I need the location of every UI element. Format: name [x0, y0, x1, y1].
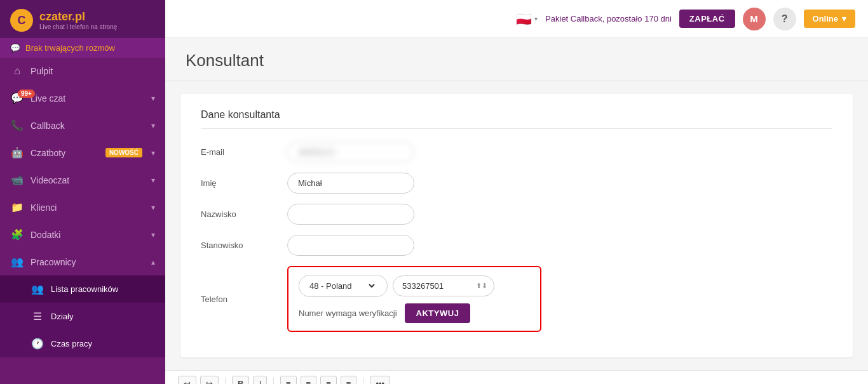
- topbar: 🇵🇱 ▾ Pakiet Callback, pozostało 170 dni …: [165, 0, 868, 38]
- package-info: Pakiet Callback, pozostało 170 dni: [545, 14, 672, 23]
- sidebar-item-dodatki[interactable]: 🧩 Dodatki ▾: [0, 221, 165, 248]
- chevron-down-icon: ▾: [151, 121, 155, 130]
- chevron-down-icon: ▾: [842, 14, 846, 23]
- video-icon: 📹: [10, 174, 24, 186]
- phone-inputs: 48 - Poland ⬆⬇: [299, 275, 530, 297]
- chevron-down-icon: ▾: [151, 203, 155, 212]
- redo-button[interactable]: ↪: [200, 376, 219, 384]
- sidebar-sub-label: Czas pracy: [51, 339, 155, 348]
- sidebar-item-pracownicy[interactable]: 👥 Pracownicy ▴: [0, 248, 165, 275]
- online-label: Online: [813, 14, 838, 23]
- flag-icon: 🇵🇱: [516, 11, 532, 27]
- sidebar-nav: ⌂ Pulpit 99+ 💬 Live czat ▾ 📞 Callback ▾ …: [0, 58, 165, 384]
- chat-icon: 💬: [10, 43, 20, 53]
- pay-button[interactable]: ZAPŁAĆ: [679, 10, 735, 28]
- phone-icon: 📞: [10, 119, 24, 131]
- sidebar-item-label: Pracownicy: [31, 257, 145, 267]
- surname-label: Nazwisko: [201, 209, 277, 219]
- email-row: E-mail: [201, 142, 832, 162]
- align-justify-button[interactable]: ≡: [341, 376, 357, 384]
- sidebar-item-pulpit[interactable]: ⌂ Pulpit: [0, 58, 165, 84]
- name-row: Imię: [201, 173, 832, 194]
- new-badge: NOWOŚĆ: [105, 148, 142, 157]
- chevron-down-icon: ▾: [534, 15, 538, 22]
- phone-number-wrapper: ⬆⬇: [393, 275, 494, 296]
- sidebar-item-label: Videoczat: [31, 175, 145, 185]
- clock-icon: 🕐: [31, 338, 44, 350]
- main-content: 🇵🇱 ▾ Pakiet Callback, pozostało 170 dni …: [165, 0, 868, 384]
- phone-country-selector[interactable]: 48 - Poland: [299, 275, 388, 297]
- page-content: Konsultant Dane konsultanta E-mail Imię …: [165, 38, 868, 384]
- menu-icon: ☰: [31, 310, 44, 322]
- email-field[interactable]: [287, 142, 414, 162]
- name-label: Imię: [201, 178, 277, 188]
- puzzle-icon: 🧩: [10, 228, 24, 241]
- bold-button[interactable]: B: [232, 376, 249, 384]
- align-center-button[interactable]: ≡: [301, 376, 317, 384]
- sidebar-item-label: Live czat: [31, 93, 145, 103]
- sidebar-logo: C czater.pl Live chat i telefon na stron…: [0, 0, 165, 38]
- toolbar-separator: [363, 378, 363, 385]
- phone-arrows-icon: ⬆⬇: [476, 282, 487, 290]
- toolbar-separator: [273, 378, 274, 385]
- consultant-form: Dane konsultanta E-mail Imię Nazwisko St…: [180, 94, 853, 357]
- chevron-down-icon: ▾: [151, 94, 155, 103]
- position-field[interactable]: [287, 235, 414, 256]
- sidebar-item-label: Czatboty: [31, 148, 99, 158]
- surname-field[interactable]: [287, 204, 414, 225]
- sidebar-item-label: Pulpit: [31, 66, 155, 76]
- verify-text: Numer wymaga weryfikacji: [299, 308, 397, 318]
- chevron-down-icon: ▾: [151, 230, 155, 239]
- sidebar-item-klienci[interactable]: 📁 Klienci ▾: [0, 194, 165, 221]
- page-title: Konsultant: [186, 51, 848, 70]
- surname-row: Nazwisko: [201, 204, 832, 225]
- sidebar-sub-label: Lista pracowników: [51, 284, 155, 294]
- logo-text: czater.pl Live chat i telefon na stronę: [39, 10, 117, 30]
- phone-number-field[interactable]: [402, 281, 472, 291]
- phone-label: Telefon: [201, 295, 277, 304]
- sidebar-item-callback[interactable]: 📞 Callback ▾: [0, 112, 165, 139]
- sidebar-item-label: Dodatki: [31, 230, 145, 240]
- folder-icon: 📁: [10, 201, 24, 213]
- chevron-down-icon: ▾: [151, 149, 155, 157]
- sidebar-item-lista-pracownikow[interactable]: 👥 Lista pracowników: [0, 275, 165, 303]
- undo-button[interactable]: ↩: [178, 376, 196, 384]
- position-label: Stanowisko: [201, 241, 277, 250]
- sidebar-item-videoczat[interactable]: 📹 Videoczat ▾: [0, 166, 165, 194]
- align-right-button[interactable]: ≡: [320, 376, 337, 384]
- phone-verify-row: Numer wymaga weryfikacji AKTYWUJ: [299, 303, 530, 323]
- more-options-button[interactable]: •••: [370, 376, 390, 384]
- sidebar: C czater.pl Live chat i telefon na stron…: [0, 0, 165, 384]
- country-select[interactable]: 48 - Poland: [307, 281, 377, 291]
- phone-verification-box: 48 - Poland ⬆⬇ Numer wymaga weryfikacji …: [287, 266, 541, 332]
- live-czat-badge: 99+: [18, 89, 35, 98]
- verify-button[interactable]: AKTYWUJ: [405, 303, 471, 323]
- chevron-down-icon: ▾: [151, 176, 155, 185]
- page-header: Konsultant: [165, 38, 868, 81]
- sidebar-item-dzialy[interactable]: ☰ Działy: [0, 303, 165, 330]
- sidebar-item-czatboty[interactable]: 🤖 Czatboty NOWOŚĆ ▾: [0, 139, 165, 166]
- language-selector[interactable]: 🇵🇱 ▾: [516, 11, 538, 27]
- online-status-button[interactable]: Online ▾: [804, 10, 855, 28]
- sidebar-sub-label: Działy: [51, 312, 155, 321]
- logo-name: czater.pl: [39, 10, 117, 23]
- sidebar-item-czas-pracy[interactable]: 🕐 Czas pracy: [0, 330, 165, 357]
- sidebar-item-label: Klienci: [31, 202, 145, 213]
- phone-row: Telefon 48 - Poland ⬆⬇: [201, 266, 832, 332]
- name-field[interactable]: [287, 173, 414, 194]
- align-left-button[interactable]: ≡: [280, 376, 297, 384]
- chevron-up-icon: ▴: [151, 258, 155, 267]
- no-conversations-banner: 💬 Brak trwających rozmów: [0, 38, 165, 58]
- robot-icon: 🤖: [10, 147, 24, 159]
- home-icon: ⌂: [10, 65, 24, 77]
- sidebar-item-live-czat[interactable]: 99+ 💬 Live czat ▾: [0, 84, 165, 112]
- list-icon: 👥: [31, 283, 44, 295]
- logo-tagline: Live chat i telefon na stronę: [39, 23, 117, 30]
- help-button[interactable]: ?: [773, 8, 796, 30]
- toolbar-separator: [225, 378, 226, 385]
- italic-button[interactable]: I: [253, 376, 267, 384]
- editor-toolbar: ↩ ↪ B I ≡ ≡ ≡ ≡ •••: [165, 370, 868, 384]
- logo-icon: C: [10, 9, 33, 32]
- user-avatar-button[interactable]: M: [743, 8, 766, 30]
- email-label: E-mail: [201, 147, 277, 157]
